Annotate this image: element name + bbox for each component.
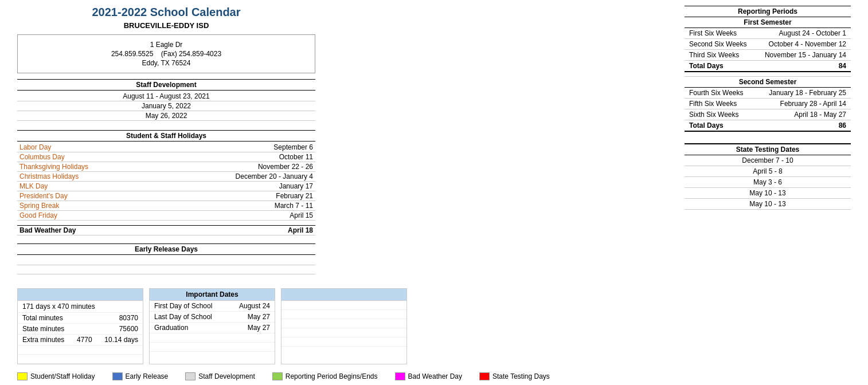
staff-dev-legend-box	[185, 372, 196, 380]
holiday-row: Good Friday April 15	[17, 211, 315, 221]
legend-item: Early Release	[112, 372, 169, 380]
early-release-legend-box	[112, 372, 123, 380]
empty-row	[281, 301, 406, 310]
rp-total: Total Days 86	[685, 120, 851, 131]
state-testing-legend-box	[479, 372, 490, 380]
last-day-row: Last Day of School May 27	[150, 312, 275, 323]
state-minutes-row: State minutes 75600	[18, 324, 143, 335]
empty-row	[18, 345, 143, 355]
address-line: 1 Eagle Dr	[22, 41, 310, 49]
legend-label: Staff Development	[198, 372, 255, 380]
footer: Calendar Templates by Vertex42.com https…	[0, 383, 868, 385]
rp-row: Sixth Six Weeks April 18 - May 27	[685, 109, 851, 120]
rp-row: Fourth Six Weeks January 18 - February 2…	[685, 87, 851, 98]
empty-row	[150, 343, 275, 352]
reporting-period-legend-box	[272, 372, 283, 380]
legend-label: State Testing Days	[492, 372, 550, 380]
empty-row	[18, 355, 143, 364]
second-sem-label: Second Semester	[685, 76, 851, 87]
state-testing-table: State Testing Dates December 7 - 10 Apri…	[685, 143, 851, 210]
staff-dev-date-2: January 5, 2022	[17, 101, 315, 111]
minutes-box: 171 days x 470 minutes Total minutes 803…	[17, 288, 143, 364]
holiday-row: Thanksgiving Holidays November 22 - 26	[17, 162, 315, 172]
legend-label: Reporting Period Begins/Ends	[286, 372, 378, 380]
std-row: May 10 - 13	[685, 198, 851, 209]
main-title: 2021-2022 School Calendar	[17, 6, 315, 19]
rp-row: Second Six Weeks October 4 - November 12	[685, 39, 851, 50]
holiday-row: MLK Day January 17	[17, 182, 315, 191]
bad-weather-legend-box	[395, 372, 405, 380]
rp-header: Reporting Periods	[685, 6, 851, 17]
important-dates-header: Important Dates	[150, 289, 275, 301]
legend-label: Student/Staff Holiday	[30, 372, 95, 380]
empty-row	[281, 328, 406, 337]
minutes-line1: 171 days x 470 minutes	[18, 301, 143, 313]
legend-label: Early Release	[126, 372, 169, 380]
holiday-row: Labor Day September 6	[17, 143, 315, 152]
student-holiday-legend-box	[17, 372, 28, 380]
staff-dev-date-3: May 26, 2022	[17, 111, 315, 121]
legend-item: Reporting Period Begins/Ends	[272, 372, 378, 380]
bad-weather-row: Bad Weather Day April 18	[17, 225, 315, 235]
empty-row	[281, 337, 406, 347]
legend-item: State Testing Days	[479, 372, 550, 380]
early-release-header: Early Release Days	[17, 243, 315, 255]
legend-item: Bad Weather Day	[395, 372, 463, 380]
std-header: State Testing Dates	[685, 144, 851, 155]
first-day-row: First Day of School August 24	[150, 301, 275, 312]
std-row: April 5 - 8	[685, 166, 851, 176]
legend: Student/Staff Holiday Early Release Staf…	[0, 364, 868, 383]
holiday-row: Spring Break March 7 - 11	[17, 201, 315, 211]
legend-item: Student/Staff Holiday	[17, 372, 95, 380]
city-line: Eddy, TX 76524	[22, 59, 310, 67]
rp-row: First Six Weeks August 24 - October 1	[685, 28, 851, 39]
school-name: BRUCEVILLE-EDDY ISD	[17, 21, 315, 30]
holiday-row: Christmas Holidays December 20 - January…	[17, 172, 315, 182]
extra-minutes-row: Extra minutes 4770 10.14 days	[18, 335, 143, 345]
legend-label: Bad Weather Day	[408, 372, 463, 380]
address-box: 1 Eagle Dr 254.859.5525 (Fax) 254.859-40…	[17, 34, 315, 73]
rp-total: Total Days 84	[685, 61, 851, 72]
empty-box-header	[281, 289, 406, 301]
std-row: May 3 - 6	[685, 176, 851, 187]
early-release-row	[17, 256, 315, 265]
early-release-row	[17, 265, 315, 274]
std-row: May 10 - 13	[685, 187, 851, 198]
holidays-header: Student & Staff Holidays	[17, 130, 315, 142]
important-dates-box: Important Dates First Day of School Augu…	[149, 288, 275, 364]
first-sem-label: First Semester	[685, 17, 851, 28]
staff-dev-date-1: August 11 - August 23, 2021	[17, 92, 315, 101]
std-row: December 7 - 10	[685, 155, 851, 166]
empty-box	[281, 288, 407, 364]
graduation-row: Graduation May 27	[150, 323, 275, 333]
empty-row	[281, 310, 406, 319]
holiday-row: President's Day February 21	[17, 191, 315, 201]
rp-row: Fifth Six Weeks February 28 - April 14	[685, 98, 851, 109]
empty-row	[281, 319, 406, 328]
total-minutes-row: Total minutes 80370	[18, 313, 143, 324]
minutes-header	[18, 289, 143, 301]
staff-dev-header: Staff Development	[17, 79, 315, 91]
holiday-row: Columbus Day October 11	[17, 152, 315, 162]
phone-line: 254.859.5525 (Fax) 254.859-4023	[22, 50, 310, 58]
empty-row	[150, 333, 275, 343]
legend-item: Staff Development	[185, 372, 255, 380]
reporting-periods-table: Reporting Periods First Semester First S…	[685, 6, 851, 132]
rp-row: Third Six Weeks November 15 - January 14	[685, 50, 851, 61]
